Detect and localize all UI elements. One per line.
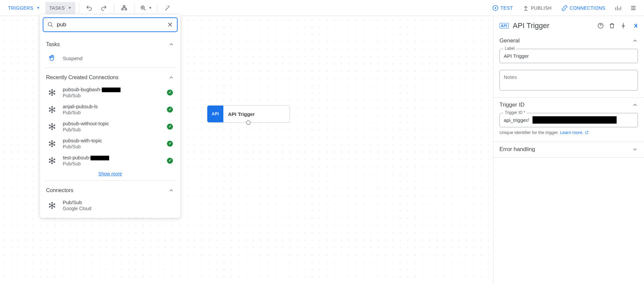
redo-button[interactable]: [97, 1, 111, 15]
triggerid-helper: Unique identifier for the trigger. Learn…: [499, 130, 638, 135]
connection-name: test-pubsub-: [63, 155, 161, 160]
section-connectors-label: Connectors: [46, 187, 73, 193]
svg-point-19: [49, 108, 50, 109]
node-badge: API: [207, 106, 223, 122]
svg-rect-0: [124, 5, 125, 6]
chevron-down-icon: ▼: [149, 6, 152, 10]
svg-point-18: [49, 110, 50, 111]
svg-point-29: [54, 142, 55, 143]
node-output-port[interactable]: [246, 120, 251, 125]
chevron-down-icon: [632, 146, 638, 152]
pin-button[interactable]: [620, 22, 627, 29]
collapse-panel-button[interactable]: [631, 22, 638, 29]
section-recent-header[interactable]: Recently Created Connections: [45, 71, 176, 84]
svg-point-30: [54, 144, 55, 145]
zoom-dropdown[interactable]: ▼: [138, 1, 154, 15]
svg-point-44: [54, 206, 55, 207]
separator: [134, 3, 135, 13]
redacted-text: [102, 88, 121, 92]
hub-icon: [47, 139, 57, 148]
menu-button[interactable]: [627, 1, 640, 15]
publish-button[interactable]: PUBLISH: [519, 2, 556, 14]
search-icon: [47, 22, 53, 28]
notes-field[interactable]: [499, 70, 638, 91]
stats-button[interactable]: [611, 1, 625, 15]
triggerid-field[interactable]: Trigger ID *: [499, 113, 638, 127]
connection-item[interactable]: anjali-pubsub-lsPub/Sub✓: [45, 101, 176, 118]
chevron-up-icon: [632, 38, 638, 44]
redacted-text: [90, 156, 109, 160]
tasks-dropdown[interactable]: TASKS ▼: [45, 2, 76, 14]
connector-item[interactable]: Pub/SubGoogle Cloud: [45, 197, 176, 214]
separator: [114, 3, 114, 13]
connection-item[interactable]: test-pubsub-Pub/Sub✓: [45, 152, 176, 169]
task-item-suspend[interactable]: Suspend: [45, 51, 176, 65]
connection-type: Pub/Sub: [63, 110, 161, 115]
divider: [45, 67, 176, 68]
svg-point-31: [51, 146, 52, 147]
section-recent-label: Recently Created Connections: [46, 75, 119, 81]
node-label: API Trigger: [223, 111, 255, 117]
layout-button[interactable]: [118, 1, 131, 15]
section-connectors-header[interactable]: Connectors: [45, 184, 176, 197]
tasks-search-panel: ✕ Tasks Suspend Recently Created Connect…: [40, 15, 180, 218]
tasks-label: TASKS: [49, 5, 65, 11]
svg-point-42: [51, 202, 52, 203]
chevron-down-icon: ▼: [68, 6, 71, 10]
svg-point-16: [54, 110, 55, 111]
field-label-text: Label: [503, 46, 516, 51]
clear-search-button[interactable]: ✕: [166, 19, 174, 30]
publish-label: PUBLISH: [531, 5, 552, 11]
search-box[interactable]: ✕: [43, 17, 178, 32]
connection-type: Pub/Sub: [63, 93, 161, 98]
connection-item[interactable]: pubsub-bugbash-Pub/Sub✓: [45, 84, 176, 101]
svg-point-22: [54, 125, 55, 126]
svg-point-39: [49, 161, 50, 162]
svg-point-35: [51, 157, 52, 158]
connection-name: anjali-pubsub-ls: [63, 104, 161, 109]
undo-button[interactable]: [82, 1, 96, 15]
connections-button[interactable]: CONNECTIONS: [558, 2, 609, 14]
notes-input[interactable]: [500, 70, 638, 89]
svg-point-15: [54, 108, 55, 109]
section-error-handling-header[interactable]: Error handling: [499, 146, 638, 153]
divider: [493, 97, 644, 98]
section-triggerid-header[interactable]: Trigger ID: [499, 102, 638, 108]
test-button[interactable]: TEST: [488, 2, 517, 14]
svg-point-21: [51, 123, 52, 124]
separator: [79, 3, 79, 13]
svg-point-14: [51, 106, 52, 107]
section-tasks-header[interactable]: Tasks: [45, 38, 176, 51]
search-input[interactable]: [57, 21, 166, 28]
status-ok-icon: ✓: [167, 124, 173, 130]
svg-rect-1: [122, 9, 124, 10]
triggers-dropdown[interactable]: TRIGGERS ▼: [4, 2, 44, 14]
svg-point-8: [54, 91, 55, 92]
hub-icon: [47, 88, 57, 97]
show-more-link[interactable]: Show more: [45, 169, 176, 178]
toolbar: TRIGGERS ▼ TASKS ▼ ▼ TEST: [0, 0, 644, 16]
delete-button[interactable]: [609, 22, 615, 29]
chevron-up-icon: [168, 187, 174, 193]
wand-button[interactable]: [161, 1, 174, 15]
svg-point-26: [49, 125, 50, 126]
connection-item[interactable]: pubsub-without-topicPub/Sub✓: [45, 118, 176, 135]
hub-icon: [47, 122, 57, 131]
upload-icon: [523, 5, 529, 11]
svg-point-7: [51, 89, 52, 90]
canvas-node-api-trigger[interactable]: API API Trigger: [207, 105, 290, 123]
connection-type: Pub/Sub: [63, 161, 161, 166]
chevron-up-icon: [632, 102, 638, 108]
label-input[interactable]: [500, 49, 638, 63]
chevron-down-icon: ▼: [37, 6, 40, 10]
divider: [493, 142, 644, 142]
learn-more-link[interactable]: Learn more.: [560, 130, 589, 135]
section-general-header[interactable]: General: [499, 37, 638, 44]
connection-type: Pub/Sub: [63, 144, 161, 149]
hub-icon: [47, 201, 57, 210]
connection-item[interactable]: pubsub-with-topicPub/Sub✓: [45, 135, 176, 152]
label-field[interactable]: Label: [499, 49, 638, 63]
help-button[interactable]: [597, 22, 604, 29]
status-ok-icon: ✓: [167, 141, 173, 147]
section-error-handling-label: Error handling: [499, 146, 535, 153]
